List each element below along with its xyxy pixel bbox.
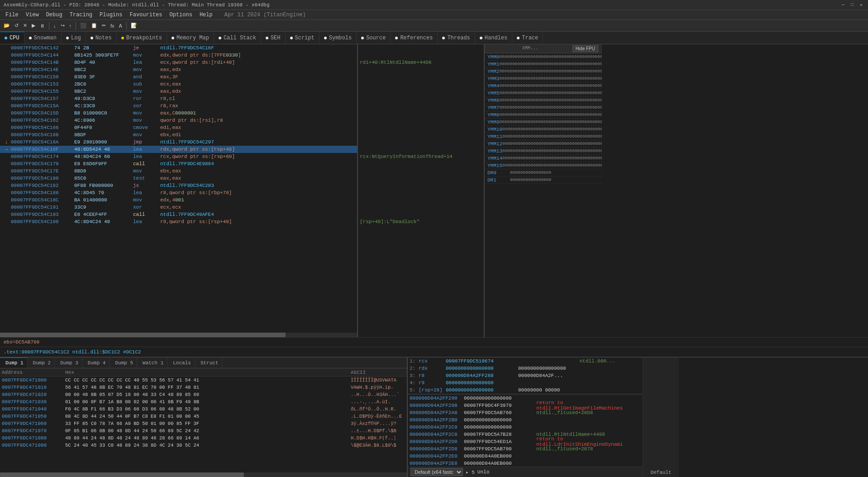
dump-tab-1[interactable]: Dump 1 bbox=[0, 358, 28, 368]
stack-row[interactable]: 000000D84A2FF298 00007FF9DC4F3979 return… bbox=[408, 402, 643, 409]
tab-seh[interactable]: SEH bbox=[261, 32, 286, 44]
disasm-row[interactable]: 00007FF9DC54C174 48:8D4C24 60 lea rcx,qw… bbox=[0, 153, 357, 160]
disasm-row[interactable]: 00007FF9DC54C179 E8 E6D6F9FF call ntdll.… bbox=[0, 160, 357, 167]
dump-horiz-scroll[interactable] bbox=[0, 472, 407, 477]
disasm-row[interactable]: 00007FF9DC54C150 83E0 3F and eax,3F bbox=[0, 73, 357, 81]
dump-tab-4[interactable]: Dump 4 bbox=[82, 358, 110, 368]
dump-row[interactable]: 0007FF9DC471040 F0 4C 8B F1 66 B3 D3 06 … bbox=[0, 405, 407, 413]
disasm-panel[interactable]: 00007FF9DC54C142 74 2B je ntdll.7FF9DC54… bbox=[0, 44, 358, 337]
disasm-row[interactable]: 00007FF9DC54C15A 4C:33C0 xor r8,rax bbox=[0, 102, 357, 110]
tab-threads[interactable]: Threads bbox=[438, 32, 475, 44]
disasm-ops: ntdll.7FF9DC54C297 bbox=[160, 139, 355, 145]
hide-fpu-button[interactable]: Hide FPU bbox=[572, 45, 598, 52]
tab-source[interactable]: Source bbox=[357, 32, 391, 44]
disasm-row[interactable]: 00007FF9DC54C180 85C0 test eax,eax bbox=[0, 175, 357, 182]
menu-help[interactable]: Help bbox=[196, 11, 216, 19]
dump-row[interactable]: 0007FF9DC471070 0F 85 B1 06 0B 00 48 8D … bbox=[0, 427, 407, 434]
menu-debug[interactable]: Debug bbox=[43, 11, 66, 19]
stack-row[interactable]: 000000D84A2FF2C0 0000000000000000 bbox=[408, 424, 643, 431]
disasm-horiz-scroll[interactable] bbox=[0, 333, 357, 337]
tab-script[interactable]: Script bbox=[286, 32, 320, 44]
disasm-row[interactable]: → 00007FF9DC54C16F 48:8D5424 48 lea rdx,… bbox=[0, 146, 357, 153]
stack-row[interactable]: 000000D84A2FF2E0 000000D84A0EB000 bbox=[408, 453, 643, 460]
stack-row[interactable]: 000000D84A2FF2D0 00007FF9DC54ED1A return… bbox=[408, 438, 643, 445]
dump-tab-5[interactable]: Dump 5 bbox=[110, 358, 137, 368]
dump-row[interactable]: 0007FF9DC471060 33 FF 85 C0 78 7A 66 A9 … bbox=[0, 420, 407, 427]
disasm-row[interactable]: 00007FF9DC54C166 0F44F8 cmove edi,eax bbox=[0, 124, 357, 131]
dump-row[interactable]: 0007FF9DC471020 00 00 48 8B 05 07 D5 19 … bbox=[0, 391, 407, 398]
tab-log[interactable]: Log bbox=[62, 32, 86, 44]
disasm-row[interactable]: 00007FF9DC54C14E 8BC2 mov eax,edx bbox=[0, 66, 357, 73]
dump-row[interactable]: 0007FF9DC471090 5C 24 40 45 33 C0 48 89 … bbox=[0, 442, 407, 449]
menu-favourites[interactable]: Favourites bbox=[126, 11, 166, 19]
disasm-row[interactable]: 00007FF9DC54C144 8B1425 3003FE7F mov edx… bbox=[0, 52, 357, 59]
menu-plugins[interactable]: Plugins bbox=[96, 11, 126, 19]
tab-breakpoints[interactable]: Breakpoints bbox=[117, 32, 167, 44]
stack-mode-select[interactable]: Default (x64 fastc bbox=[410, 468, 463, 476]
toolbar-font[interactable]: A bbox=[117, 22, 124, 29]
disasm-row[interactable]: 00007FF9DC54C193 E8 4CEEF4FF call ntdll.… bbox=[0, 211, 357, 218]
toolbar-bp[interactable]: ⬛ bbox=[78, 22, 88, 29]
disasm-row[interactable]: 00007FF9DC54C155 8BC2 mov eax,edx bbox=[0, 88, 357, 95]
toolbar-fx[interactable]: fx bbox=[109, 22, 116, 29]
menu-tracing[interactable]: Tracing bbox=[66, 11, 96, 19]
close-button[interactable]: ✕ bbox=[858, 2, 864, 8]
dump-row[interactable]: 0007FF9DC471010 56 41 57 48 8B EC 70 48 … bbox=[0, 384, 407, 391]
dump-row[interactable]: 0007FF9DC471080 48 89 44 24 48 8D 48 24 … bbox=[0, 434, 407, 442]
toolbar-step-out[interactable]: ↑ bbox=[67, 22, 74, 29]
toolbar-step-into[interactable]: ↓ bbox=[52, 22, 58, 29]
tab-memmap[interactable]: Memory Map bbox=[167, 32, 214, 44]
tab-callstack[interactable]: Call Stack bbox=[214, 32, 261, 44]
tab-symbols[interactable]: Symbols bbox=[320, 32, 357, 44]
toolbar-pause[interactable]: ⏸ bbox=[38, 22, 47, 29]
maximize-button[interactable]: □ bbox=[849, 2, 855, 8]
locals-tab[interactable]: Locals bbox=[167, 358, 195, 368]
toolbar-open[interactable]: 📂 bbox=[2, 22, 12, 29]
disasm-row[interactable]: ↓ 00007FF9DC54C16A E9 28010000 jmp ntdll… bbox=[0, 138, 357, 146]
toolbar-restart[interactable]: ↺ bbox=[13, 22, 20, 29]
menu-options[interactable]: Options bbox=[166, 11, 196, 19]
stack-row[interactable]: 000000D84A2FF2B0 0000000000000000 bbox=[408, 416, 643, 424]
disasm-row[interactable]: 00007FF9DC54C191 33C9 xor ecx,ecx bbox=[0, 204, 357, 211]
toolbar-patch[interactable]: ✏ bbox=[100, 22, 108, 29]
tab-snowman[interactable]: Snowman bbox=[24, 32, 62, 44]
dump-content[interactable]: 0007FF9DC471000 CC CC CC CC CC CC CC CC … bbox=[0, 377, 407, 472]
dump-row[interactable]: 0007FF9DC471030 01 00 00 0F B7 1A B8 00 … bbox=[0, 398, 407, 405]
dump-tab-2[interactable]: Dump 2 bbox=[28, 358, 55, 368]
toolbar-run[interactable]: ▶ bbox=[30, 22, 37, 29]
stack-row[interactable]: 000000D84A2FF2E8 000000D84A0EB000 bbox=[408, 460, 643, 467]
tab-references[interactable]: References bbox=[391, 32, 438, 44]
disasm-row[interactable]: 00007FF9DC54C15D B8 010000C0 mov eax,C00… bbox=[0, 110, 357, 117]
disasm-row[interactable]: 00007FF9DC54C142 74 2B je ntdll.7FF9DC54… bbox=[0, 44, 357, 52]
disasm-row[interactable]: 00007FF9DC54C198 4C:8D4C24 40 lea r9,qwo… bbox=[0, 218, 357, 225]
disasm-row[interactable]: 00007FF9DC54C18C BA 01400000 mov edx,400… bbox=[0, 196, 357, 204]
menu-view[interactable]: View bbox=[22, 11, 43, 19]
toolbar-log[interactable]: 📝 bbox=[129, 22, 139, 29]
disasm-row[interactable]: 00007FF9DC54C17E 8BD8 mov ebx,eax bbox=[0, 167, 357, 175]
stack-content[interactable]: 1: rcx 00007FF9DC510674 ntdll.000... 2: … bbox=[408, 358, 643, 467]
watch-tab-1[interactable]: Watch 1 bbox=[137, 358, 167, 368]
disasm-content[interactable]: 00007FF9DC54C142 74 2B je ntdll.7FF9DC54… bbox=[0, 44, 357, 333]
dump-row[interactable]: 0007FF9DC471050 08 4C 8D 44 24 50 44 0F … bbox=[0, 413, 407, 420]
dump-tab-3[interactable]: Dump 3 bbox=[55, 358, 82, 368]
toolbar-close[interactable]: ✕ bbox=[21, 22, 29, 29]
tab-cpu[interactable]: CPU bbox=[0, 32, 24, 44]
disasm-row[interactable]: 00007FF9DC54C188 4C:8D45 70 lea r8,qword… bbox=[0, 189, 357, 196]
dump-row[interactable]: 0007FF9DC471000 CC CC CC CC CC CC CC CC … bbox=[0, 377, 407, 384]
disasm-row[interactable]: 00007FF9DC54C14B 8D4F 40 lea ecx,qword p… bbox=[0, 59, 357, 66]
disasm-row[interactable]: 00007FF9DC54C153 2BC8 sub ecx,eax bbox=[0, 81, 357, 88]
stack-row[interactable]: 000000D84A2FF2A8 00007FF9DC5AB760 ntdll.… bbox=[408, 409, 643, 416]
disasm-row[interactable]: 00007FF9DC54C162 4C:8906 mov qword ptr d… bbox=[0, 117, 357, 124]
tab-handles[interactable]: Handles bbox=[475, 32, 512, 44]
menu-file[interactable]: File bbox=[2, 11, 22, 19]
struct-tab[interactable]: Struct bbox=[195, 358, 223, 368]
stack-row[interactable]: 000000D84A2FF2D8 00007FF9DC5AB700 ntdll.… bbox=[408, 445, 643, 453]
toolbar-step-over[interactable]: ↪ bbox=[59, 22, 67, 29]
tab-notes[interactable]: Notes bbox=[86, 32, 117, 44]
disasm-row[interactable]: 00007FF9DC54C168 8BDF mov ebx,edi bbox=[0, 131, 357, 138]
tab-trace[interactable]: Trace bbox=[512, 32, 543, 44]
toolbar-mem-map[interactable]: 📋 bbox=[89, 22, 99, 29]
disasm-row[interactable]: 00007FF9DC54C182 0F88 FB000000 js ntdll.… bbox=[0, 182, 357, 189]
disasm-row[interactable]: 00007FF9DC54C157 49:D3C8 ror r8,cl bbox=[0, 95, 357, 102]
minimize-button[interactable]: — bbox=[840, 2, 846, 8]
